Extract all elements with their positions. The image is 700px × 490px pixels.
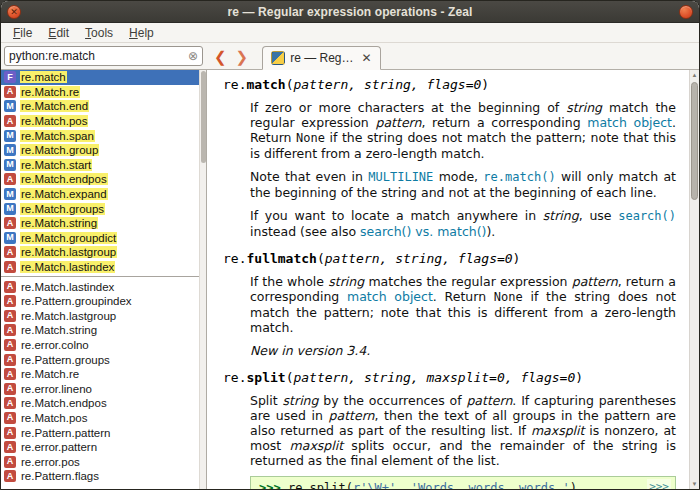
sidebar-item[interactable]: Are.Match.pos — [1, 114, 199, 129]
titlebar-right-button[interactable] — [679, 5, 693, 19]
sidebar-item[interactable]: Are.error.pos — [1, 454, 199, 469]
sidebar-item-label: re.error.lineno — [20, 383, 93, 395]
menu-item-tools[interactable]: Tools — [77, 24, 121, 42]
content-scrollbar[interactable]: ▲ ▼ — [689, 70, 699, 489]
scroll-up-icon[interactable]: ▲ — [690, 72, 699, 78]
doc-link[interactable]: MULTILINE — [368, 170, 433, 184]
sidebar-item[interactable]: Are.Match.endpos — [1, 396, 199, 411]
prompt-toggle-button[interactable]: >>> — [647, 479, 671, 489]
search-input[interactable] — [9, 49, 188, 63]
sidebar-item[interactable]: Are.Match.lastindex — [1, 260, 199, 275]
sidebar-item[interactable]: Are.Match.re — [1, 367, 199, 382]
search-box: ⊗ — [4, 46, 203, 66]
sidebar-item[interactable]: Are.error.pattern — [1, 440, 199, 455]
content-scrollbar-thumb[interactable] — [691, 82, 698, 200]
sidebar-item[interactable]: Mre.Match.group — [1, 143, 199, 158]
sidebar-item[interactable]: Mre.Match.start — [1, 158, 199, 173]
text-segment: ). — [486, 224, 495, 239]
text-segment: re.split( — [288, 481, 353, 489]
menu-item-edit[interactable]: Edit — [40, 24, 77, 42]
text-segment: pattern — [375, 115, 421, 130]
function-signature: re.split(pattern, string, maxsplit=0, fl… — [223, 370, 676, 385]
sidebar-item-label: re.Pattern.groups — [20, 354, 111, 366]
doc-link[interactable]: match object — [347, 289, 433, 304]
sidebar-item[interactable]: Are.Pattern.flags — [1, 469, 199, 484]
attribute-icon: A — [4, 339, 16, 351]
doc-paragraph: Split string by the occurrences of patte… — [250, 393, 676, 468]
doc-link[interactable]: search() — [618, 209, 676, 223]
sidebar-item[interactable]: Are.Match.lastindex — [1, 279, 199, 294]
text-segment: string — [328, 274, 364, 289]
sidebar-item[interactable]: Are.Match.pos — [1, 411, 199, 426]
tab-close-icon[interactable]: ✕ — [362, 51, 372, 65]
clear-search-icon[interactable]: ⊗ — [188, 50, 198, 62]
doc-link[interactable]: match object — [587, 115, 672, 130]
text-segment: Split — [250, 393, 283, 408]
sig-name: fullmatch — [246, 251, 316, 266]
text-segment: 'Words, words, words.' — [411, 481, 570, 489]
sidebar-item[interactable]: Are.Match.lastgroup — [1, 309, 199, 324]
sidebar-item[interactable]: Are.Match.re — [1, 85, 199, 100]
sidebar-item[interactable]: Are.Pattern.groupindex — [1, 294, 199, 309]
sidebar-item-label: re.Match.lastindex — [20, 281, 115, 293]
code-example: >>>>>> re.split(r'\W+', 'Words, words, w… — [250, 476, 676, 489]
doc-link[interactable]: search() vs. match() — [360, 224, 486, 239]
text-segment: , return a corresponding — [421, 115, 587, 130]
attribute-icon: A — [4, 295, 16, 307]
sidebar-scrollbar-thumb[interactable] — [201, 71, 206, 163]
sig-params: pattern, string, flags=0 — [293, 77, 481, 92]
method-icon: M — [4, 159, 16, 171]
sidebar-item[interactable]: Mre.Match.end — [1, 99, 199, 114]
sidebar-item[interactable]: Are.Match.endpos — [1, 172, 199, 187]
sidebar-item-label: re.Pattern.pattern — [20, 427, 112, 439]
method-icon: M — [4, 188, 16, 200]
attribute-icon: A — [4, 86, 16, 98]
text-segment: . Return — [433, 289, 494, 304]
method-icon: M — [4, 144, 16, 156]
sidebar-item-label: re.error.colno — [20, 339, 90, 351]
text-segment: maxsplit — [290, 438, 344, 453]
sidebar-item[interactable]: Are.error.colno — [1, 338, 199, 353]
docset-icon — [271, 51, 285, 65]
zeal-window: ✕ re — Regular expression operations - Z… — [0, 0, 700, 490]
sidebar-item[interactable]: Are.Pattern.pattern — [1, 425, 199, 440]
sidebar-separator — [1, 276, 199, 277]
attribute-icon: A — [4, 261, 16, 273]
forward-button[interactable]: ❯ — [236, 49, 249, 64]
sidebar-item[interactable]: Mre.Match.groups — [1, 201, 199, 216]
sidebar-item-label: re.Pattern.flags — [20, 470, 100, 482]
sidebar-item-label: re.Match.lastgroup — [20, 246, 117, 258]
window-close-button[interactable]: ✕ — [7, 5, 21, 19]
sidebar-item[interactable]: Are.Match.lastgroup — [1, 245, 199, 260]
sidebar-item-label: re.error.pos — [20, 456, 81, 468]
attribute-icon: A — [4, 281, 16, 293]
text-segment: matches the regular expression — [364, 274, 572, 289]
sidebar-scrollbar[interactable] — [199, 70, 206, 489]
sig-prefix: re. — [223, 370, 246, 385]
menu-item-help[interactable]: Help — [121, 24, 162, 42]
method-icon: M — [4, 100, 16, 112]
attribute-icon: A — [4, 246, 16, 258]
function-description: Split string by the occurrences of patte… — [250, 393, 676, 489]
sidebar-item[interactable]: Are.Match.string — [1, 216, 199, 231]
sidebar-item[interactable]: Are.Pattern.groups — [1, 352, 199, 367]
text-segment: , use — [579, 208, 619, 223]
toolbar: ⊗ ❮ ❯ re — Reg… ✕ — [1, 43, 699, 70]
tab-re-module[interactable]: re — Reg… ✕ — [262, 46, 380, 70]
attribute-icon: A — [4, 456, 16, 468]
sidebar-item[interactable]: Are.error.lineno — [1, 381, 199, 396]
content: re.match(pattern, string, flags=0)If zer… — [207, 70, 699, 489]
scroll-down-icon[interactable]: ▼ — [690, 481, 699, 487]
sidebar-item[interactable]: Mre.Match.expand — [1, 187, 199, 202]
sidebar-item[interactable]: Mre.Match.span — [1, 128, 199, 143]
sidebar: Fre.matchAre.Match.reMre.Match.endAre.Ma… — [1, 70, 207, 489]
doc-link[interactable]: re.match() — [483, 170, 555, 184]
sig-paren: ) — [481, 77, 489, 92]
sidebar-item[interactable]: Are.Match.string — [1, 323, 199, 338]
attribute-icon: A — [4, 354, 16, 366]
sidebar-item[interactable]: Fre.match — [1, 70, 199, 85]
menu-item-file[interactable]: File — [5, 24, 40, 42]
tab-label: re — Reg… — [290, 51, 353, 65]
sidebar-item[interactable]: Mre.Match.groupdict — [1, 231, 199, 246]
back-button[interactable]: ❮ — [214, 49, 227, 64]
